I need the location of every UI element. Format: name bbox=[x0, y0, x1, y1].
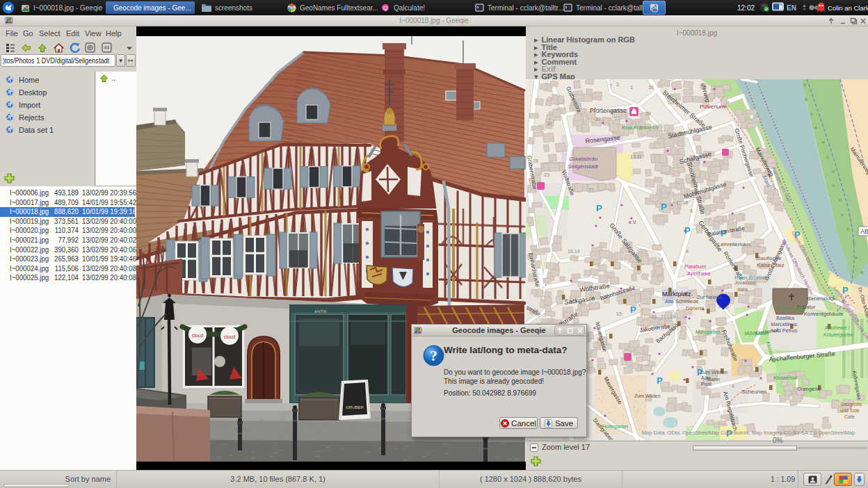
svg-text:e.V.: e.V. bbox=[629, 220, 637, 225]
svg-text:14: 14 bbox=[658, 257, 664, 262]
svg-text:P: P bbox=[657, 375, 663, 386]
svg-text:77: 77 bbox=[588, 188, 594, 193]
svg-text:Map Data, ODbL OpenStreetMap C: Map Data, ODbL OpenStreetMap Contributor… bbox=[642, 430, 855, 436]
svg-text:Mühlgarten: Mühlgarten bbox=[696, 330, 720, 335]
svg-text:Bienenstock: Bienenstock bbox=[807, 295, 835, 302]
svg-text:Salzgrotte: Salzgrotte bbox=[840, 402, 862, 407]
svg-text:ANTIK: ANTIK bbox=[314, 309, 327, 314]
svg-text:30: 30 bbox=[547, 121, 552, 126]
svg-text:AB: AB bbox=[860, 228, 868, 235]
svg-text:Klaa Frånkreich: Klaa Frånkreich bbox=[622, 124, 659, 131]
svg-text:13,11: 13,11 bbox=[630, 154, 642, 159]
svg-text:Italia: Italia bbox=[737, 287, 748, 292]
svg-text:3: 3 bbox=[616, 82, 619, 87]
svg-text:P: P bbox=[630, 304, 636, 315]
svg-text:10,18: 10,18 bbox=[676, 200, 689, 205]
svg-text:Basilika: Basilika bbox=[776, 315, 795, 321]
svg-text:23 , 21 , 19: 23 , 21 , 19 bbox=[651, 314, 675, 319]
svg-text:cloud: cloud bbox=[192, 333, 204, 338]
svg-text:Marcellinus: Marcellinus bbox=[771, 321, 797, 327]
svg-text:Scheunen: Scheunen bbox=[741, 389, 766, 395]
svg-text:28: 28 bbox=[533, 158, 538, 163]
svg-text:5: 5 bbox=[693, 172, 696, 177]
svg-text:Mann: Mann bbox=[707, 376, 720, 382]
svg-text:Hutergarten: Hutergarten bbox=[602, 424, 628, 430]
svg-text:30: 30 bbox=[648, 85, 654, 90]
svg-text:16,14: 16,14 bbox=[568, 249, 580, 254]
svg-text:Q: Q bbox=[383, 5, 387, 11]
svg-text:29: 29 bbox=[645, 111, 651, 116]
svg-text:Zum Wilden: Zum Wilden bbox=[634, 393, 660, 398]
svg-text:Glaabsbräu: Glaabsbräu bbox=[569, 156, 598, 162]
svg-text:4: 4 bbox=[686, 249, 689, 254]
svg-text:Seligenstadt: Seligenstadt bbox=[568, 163, 599, 170]
svg-text:31: 31 bbox=[595, 117, 601, 122]
svg-text:und Sole: und Sole bbox=[840, 408, 860, 413]
svg-text:23: 23 bbox=[544, 172, 549, 177]
svg-text:Pfortengasse: Pfortengasse bbox=[590, 107, 627, 114]
svg-text:Döneria: Döneria bbox=[686, 305, 705, 311]
svg-text:cloud: cloud bbox=[224, 334, 236, 339]
svg-text:Pulverturm: Pulverturm bbox=[700, 104, 727, 110]
svg-text:Klosterhof: Klosterhof bbox=[773, 375, 798, 381]
svg-text:4: 4 bbox=[732, 384, 734, 389]
svg-text:Kräutergarten: Kräutergarten bbox=[823, 332, 853, 338]
svg-text:1: 1 bbox=[630, 85, 633, 90]
svg-text:P: P bbox=[596, 203, 602, 213]
svg-text:Mühlgarten: Mühlgarten bbox=[744, 331, 769, 336]
svg-text:Orangerie: Orangerie bbox=[797, 386, 820, 392]
svg-text:Jovaxxxxl: Jovaxxxxl bbox=[734, 280, 756, 285]
svg-text:Konventgebäude: Konventgebäude bbox=[804, 311, 844, 317]
svg-text:GRUBER: GRUBER bbox=[346, 405, 364, 409]
svg-text:Palatium: Palatium bbox=[684, 263, 706, 270]
svg-text:Prälatur: Prälatur bbox=[797, 304, 816, 310]
svg-text:6: 6 bbox=[690, 209, 693, 213]
svg-text:P: P bbox=[661, 202, 667, 212]
svg-text:Zum Wilden: Zum Wilden bbox=[700, 369, 728, 375]
svg-text:15: 15 bbox=[616, 311, 622, 316]
svg-text:Leinreiterhaus: Leinreiterhaus bbox=[718, 241, 751, 247]
svg-text:Roter Brunnen: Roter Brunnen bbox=[734, 275, 769, 281]
svg-text:Apotheker /: Apotheker / bbox=[824, 325, 851, 331]
svg-text:?: ? bbox=[430, 348, 437, 364]
svg-text:Marktplatz: Marktplatz bbox=[662, 291, 691, 298]
svg-text:7: 7 bbox=[609, 83, 612, 88]
svg-text:Cafe: Cafe bbox=[844, 414, 855, 419]
svg-text:Alte Schmiede: Alte Schmiede bbox=[665, 298, 698, 304]
svg-text:Apotheke: Apotheke bbox=[687, 270, 711, 277]
svg-text:Zur Neewe: Zur Neewe bbox=[697, 294, 723, 300]
